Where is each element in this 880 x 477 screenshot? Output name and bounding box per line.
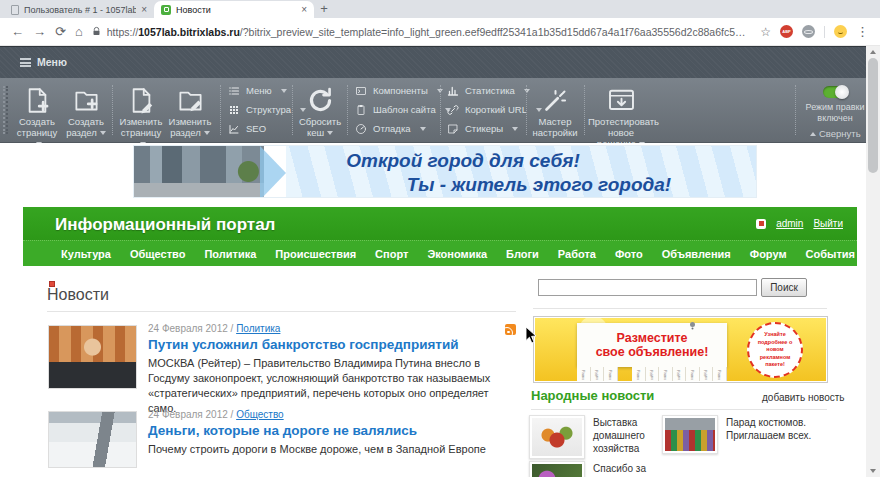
nav-item-kultura[interactable]: Культура bbox=[61, 248, 111, 260]
nav-item-obschestvo[interactable]: Общество bbox=[130, 248, 185, 260]
star-icon[interactable]: ☆ bbox=[760, 26, 771, 38]
people-news-photo[interactable] bbox=[662, 415, 718, 454]
site-template-button[interactable]: Шаблон сайта bbox=[355, 103, 451, 116]
sticker-icon bbox=[447, 123, 459, 135]
folder-plus-icon bbox=[73, 87, 100, 114]
close-icon[interactable]: × bbox=[301, 5, 307, 15]
news-category-link[interactable]: Общество bbox=[236, 409, 284, 420]
nav-item-forum[interactable]: Форум bbox=[750, 248, 787, 260]
people-news-caption[interactable]: Парад костюмов. Приглашаем всех. bbox=[726, 416, 826, 442]
toolbar-separator bbox=[584, 85, 585, 135]
scroll-down-icon[interactable] bbox=[866, 465, 880, 477]
structure-grid-icon bbox=[228, 104, 240, 116]
menu-list-icon bbox=[228, 85, 240, 97]
globe-extension-icon[interactable] bbox=[802, 25, 815, 38]
news-title-link[interactable]: Путин усложнил банкротство госпредприяти… bbox=[148, 337, 516, 352]
browser-tab-news[interactable]: Новости × bbox=[154, 1, 314, 18]
search-button[interactable]: Поиск bbox=[761, 278, 807, 297]
page-scrollbar[interactable] bbox=[866, 46, 880, 477]
nav-item-sport[interactable]: Спорт bbox=[375, 248, 408, 260]
page-plus-icon bbox=[24, 87, 51, 114]
reload-icon[interactable]: ⟳ bbox=[55, 25, 66, 38]
nav-item-ekonomika[interactable]: Экономика bbox=[427, 248, 487, 260]
news-item: 24 Февраля 2012 / Общество Деньги, котор… bbox=[48, 409, 516, 457]
components-button[interactable]: Компоненты bbox=[355, 84, 451, 97]
test-solution-button[interactable]: Протестировать новое решение bbox=[588, 84, 654, 150]
city-banner[interactable]: Открой город для себя! Ты - житель этого… bbox=[133, 145, 757, 198]
news-item: 24 Февраля 2012 / Политика Путин усложни… bbox=[48, 323, 516, 415]
nav-item-sobytiya[interactable]: События bbox=[806, 248, 855, 260]
create-section-button[interactable]: Создать раздел bbox=[62, 84, 110, 139]
lock-icon bbox=[92, 26, 101, 37]
url-field[interactable]: https://1057lab.bitrixlabs.ru/?bitrix_pr… bbox=[92, 26, 751, 38]
divider bbox=[533, 308, 827, 309]
ad-note: Разместите свое объявление! bbox=[577, 323, 727, 367]
news-date: 24 Февраля 2012 / Политика bbox=[148, 323, 516, 334]
forward-icon[interactable]: → bbox=[33, 25, 46, 38]
people-news-photo[interactable] bbox=[529, 415, 585, 459]
news-thumbnail[interactable] bbox=[48, 411, 137, 468]
nav-item-blogi[interactable]: Блоги bbox=[506, 248, 539, 260]
admin-menu-button[interactable]: Меню bbox=[20, 56, 67, 68]
news-thumbnail[interactable] bbox=[48, 325, 137, 389]
create-page-button[interactable]: Создать страницу bbox=[13, 84, 61, 150]
news-text: МОСКВА (Рейтер) – Правительство Владимир… bbox=[148, 356, 516, 415]
edit-mode-toggle[interactable] bbox=[823, 86, 848, 98]
components-icon bbox=[355, 85, 367, 97]
news-category-link[interactable]: Политика bbox=[236, 323, 280, 334]
site-user-link[interactable]: admin bbox=[776, 218, 803, 229]
dropdown-caret-icon bbox=[512, 127, 518, 131]
edit-page-button[interactable]: Изменить страницу bbox=[117, 84, 165, 150]
news-text: Почему строить дороги в Москве дороже, ч… bbox=[148, 442, 516, 457]
setup-wizard-button[interactable]: Мастер настройки bbox=[528, 84, 582, 139]
search-input[interactable] bbox=[538, 279, 757, 296]
toolbar-grip[interactable] bbox=[3, 86, 8, 134]
new-tab-button[interactable]: + bbox=[314, 1, 334, 18]
banner-line1: Открой город для себя! bbox=[228, 149, 698, 173]
debug-gauge-icon bbox=[355, 123, 367, 135]
menu-button[interactable]: Меню bbox=[228, 84, 306, 97]
nav-item-foto[interactable]: Фото bbox=[615, 248, 643, 260]
url-text: https://1057lab.bitrixlabs.ru/?bitrix_pr… bbox=[107, 26, 751, 38]
nav-item-proisshestviya[interactable]: Происшествия bbox=[275, 248, 356, 260]
nav-item-rabota[interactable]: Работа bbox=[558, 248, 596, 260]
close-icon[interactable]: × bbox=[141, 5, 147, 15]
nav-item-obyavleniya[interactable]: Объявления bbox=[662, 248, 731, 260]
divider bbox=[47, 311, 516, 312]
people-news-caption[interactable]: Выставка домашнего хозяйства bbox=[593, 416, 655, 455]
nav-item-politika[interactable]: Политика bbox=[204, 248, 256, 260]
scrollbar-thumb[interactable] bbox=[868, 58, 878, 173]
people-news-caption[interactable]: Спасибо за цветы! bbox=[593, 462, 655, 477]
abp-extension-icon[interactable]: ABP bbox=[780, 25, 793, 38]
divider bbox=[531, 409, 827, 410]
seo-button[interactable]: SEO bbox=[228, 122, 306, 135]
edit-section-button[interactable]: Изменить раздел bbox=[166, 84, 214, 139]
back-icon[interactable]: ← bbox=[11, 25, 24, 38]
home-icon[interactable]: ⌂ bbox=[75, 25, 83, 38]
ad-banner[interactable]: Разместите свое объявление! Разсво Разсв… bbox=[533, 316, 828, 383]
tear-off-strips: Разсво Разсво Разсво Разсво Разсво Разсв… bbox=[577, 367, 727, 381]
user-avatar-icon bbox=[756, 219, 766, 229]
scroll-up-icon[interactable] bbox=[866, 46, 880, 58]
banner-line2: Ты - житель этого города! bbox=[304, 173, 757, 197]
smiley-extension-icon[interactable] bbox=[834, 25, 847, 38]
browser-menu-icon[interactable]: ⋮ bbox=[856, 25, 869, 38]
structure-button[interactable]: Структура bbox=[228, 103, 306, 116]
edit-mode-label: Режим правки включен bbox=[799, 102, 871, 124]
news-title-link[interactable]: Деньги, которые на дороге не валялись bbox=[148, 423, 516, 438]
address-bar: ← → ⟳ ⌂ https://1057lab.bitrixlabs.ru/?b… bbox=[0, 18, 880, 46]
toggle-on-icon bbox=[835, 85, 849, 99]
clear-cache-button[interactable]: Сбросить кеш bbox=[296, 84, 344, 139]
divider bbox=[824, 26, 825, 38]
collapse-arrow-icon bbox=[810, 132, 816, 136]
collapse-toolbar-link[interactable]: Свернуть bbox=[810, 128, 861, 139]
pushpin-icon bbox=[690, 322, 695, 327]
add-news-link[interactable]: добавить новость bbox=[762, 392, 845, 403]
browser-tab-strip: Пользователь # 1 - 1057lab.b × Новости ×… bbox=[0, 0, 880, 18]
debug-button[interactable]: Отладка bbox=[355, 122, 451, 135]
site-logout-link[interactable]: Выйти bbox=[813, 218, 843, 229]
browser-tab-user[interactable]: Пользователь # 1 - 1057lab.b × bbox=[4, 1, 154, 18]
stats-bars-icon bbox=[447, 85, 459, 97]
tab-title: Новости bbox=[176, 5, 296, 15]
people-news-photo[interactable] bbox=[529, 461, 585, 477]
